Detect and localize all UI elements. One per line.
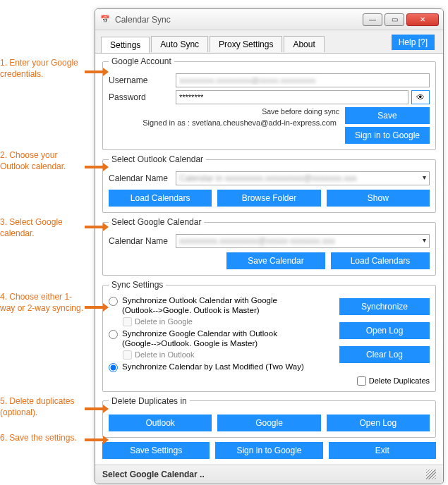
annotation-3: 3. Select Google calendar. [0, 217, 85, 239]
synchronize-button[interactable]: Synchronize [339, 298, 430, 315]
help-button[interactable]: Help [?] [392, 35, 435, 50]
clear-log-button[interactable]: Clear Log [339, 346, 430, 363]
save-settings-button[interactable]: Save Settings [102, 442, 210, 459]
resize-grip-icon[interactable] [426, 469, 436, 479]
browse-folder-button[interactable]: Browse Folder [217, 190, 320, 207]
signed-in-text: Signed in as : svetlana.cheusheva@add-in… [109, 118, 339, 127]
tab-auto-sync[interactable]: Auto Sync [151, 36, 208, 52]
sync-two-way-radio[interactable] [109, 363, 118, 372]
window-title: Calendar Sync [115, 15, 363, 25]
tab-proxy-settings[interactable]: Proxy Settings [210, 36, 282, 52]
outlook-calendar-group: Select Outlook Calendar Calendar Name Ca… [102, 154, 436, 213]
delete-duplicates-google-button[interactable]: Google [217, 415, 320, 431]
show-password-button[interactable]: 👁 [411, 90, 430, 104]
outlook-calendar-dropdown[interactable]: Calendar in xxxxxxxxx.xxxxxxxxx@xxxxxxx.… [176, 171, 430, 185]
load-outlook-calendars-button[interactable]: Load Calendars [109, 190, 212, 207]
annotation-1: 1. Enter your Google credentials. [0, 58, 85, 80]
google-calendar-legend: Select Google Calendar [109, 217, 204, 227]
delete-duplicates-open-log-button[interactable]: Open Log [327, 415, 430, 431]
password-label: Password [109, 92, 176, 102]
save-google-calendar-button[interactable]: Save Calendar [226, 252, 325, 269]
sync-two-way-label: Synchronize Calendar by Last Modified (T… [122, 362, 304, 372]
open-log-button[interactable]: Open Log [339, 322, 430, 339]
google-calendar-name-label: Calendar Name [109, 236, 176, 246]
google-account-legend: Google Account [109, 56, 174, 66]
sign-in-google-button[interactable]: Sign in to Google [345, 127, 430, 144]
load-google-calendars-button[interactable]: Load Calendars [331, 252, 430, 269]
minimize-button[interactable]: — [363, 13, 382, 26]
sync-settings-legend: Sync Settings [109, 280, 166, 290]
delete-in-google-checkbox[interactable] [123, 317, 132, 326]
google-calendar-group: Select Google Calendar Calendar Name xxx… [102, 217, 436, 276]
outlook-calendar-legend: Select Outlook Calendar [109, 154, 206, 164]
tab-settings[interactable]: Settings [101, 37, 150, 53]
sync-outlook-to-google-radio[interactable] [109, 297, 118, 306]
annotation-5: 5. Delete duplicates (optional). [0, 396, 85, 418]
sync-google-to-outlook-label: Synchronize Google Calendar with Outlook… [122, 329, 277, 349]
save-before-sync-note: Save before doing sync [109, 107, 339, 116]
annotation-6: 6. Save the settings. [0, 433, 85, 444]
show-outlook-button[interactable]: Show [327, 190, 430, 207]
google-calendar-dropdown[interactable]: xxxxxxxxx.xxxxxxxxx@xxxxx-xxxxxxx.xxx [176, 234, 430, 248]
footer-sign-in-google-button[interactable]: Sign in to Google [215, 442, 322, 459]
sync-settings-group: Sync Settings Synchronize Outlook Calend… [102, 280, 436, 392]
google-account-group: Google Account Username Password 👁 Save … [102, 56, 436, 150]
delete-in-outlook-label: Delete in Outlook [135, 350, 194, 359]
username-input[interactable] [176, 73, 430, 87]
status-bar: Select Google Calendar .. [95, 465, 443, 484]
password-input[interactable] [176, 90, 408, 104]
titlebar[interactable]: 📅 Calendar Sync — ▭ ✕ [95, 9, 443, 30]
eye-icon: 👁 [416, 92, 425, 102]
delete-duplicates-legend: Delete Duplicates in [109, 396, 190, 406]
annotation-2: 2. Choose your Outlook calendar. [0, 150, 85, 172]
app-window: 📅 Calendar Sync — ▭ ✕ Settings Auto Sync… [95, 8, 444, 484]
status-text: Select Google Calendar .. [102, 469, 205, 479]
tab-bar: Settings Auto Sync Proxy Settings About … [95, 30, 443, 54]
delete-duplicates-group: Delete Duplicates in Outlook Google Open… [102, 396, 436, 438]
delete-duplicates-checkbox[interactable] [357, 376, 366, 386]
delete-duplicates-label: Delete Duplicates [369, 376, 430, 385]
sync-outlook-to-google-label: Synchronize Outlook Calendar with Google… [122, 295, 277, 316]
delete-duplicates-outlook-button[interactable]: Outlook [109, 415, 212, 431]
exit-button[interactable]: Exit [329, 442, 436, 459]
maximize-button[interactable]: ▭ [385, 13, 404, 26]
save-credentials-button[interactable]: Save [345, 107, 430, 124]
sync-google-to-outlook-radio[interactable] [109, 330, 118, 339]
delete-in-outlook-checkbox[interactable] [123, 350, 132, 360]
annotation-4: 4. Choose either 1-way or 2-way syncing. [0, 292, 85, 314]
delete-in-google-label: Delete in Google [135, 317, 193, 326]
close-button[interactable]: ✕ [406, 13, 439, 26]
tab-about[interactable]: About [284, 36, 324, 52]
username-label: Username [109, 75, 176, 85]
outlook-calendar-name-label: Calendar Name [109, 173, 176, 183]
app-icon: 📅 [99, 14, 111, 25]
